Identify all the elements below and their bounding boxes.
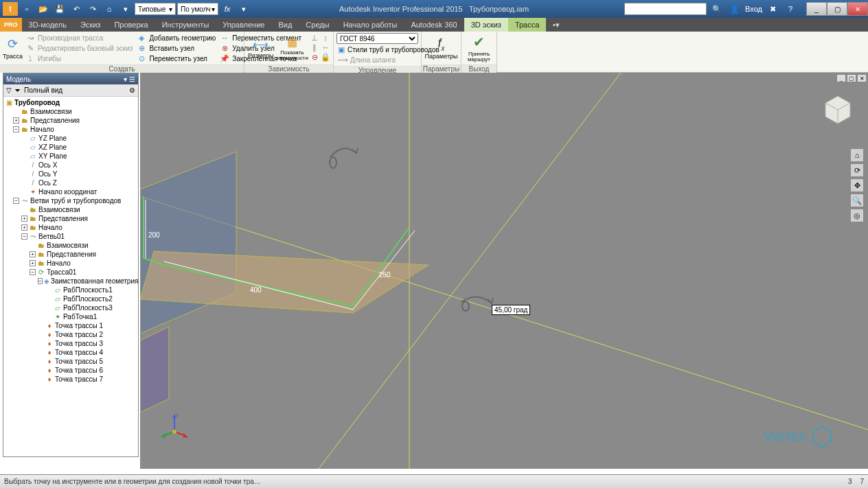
- maximize-button[interactable]: ▢: [827, 2, 847, 16]
- user-icon[interactable]: 👤: [727, 2, 742, 16]
- tree-yz-plane[interactable]: ▱YZ Plane: [3, 134, 138, 143]
- constraint1-icon[interactable]: ⊥: [310, 33, 319, 43]
- collapse-icon[interactable]: −: [21, 233, 27, 240]
- model-tree[interactable]: ▣Трубопровод 🖿Взаимосвязи +🖿Представлени…: [3, 97, 138, 456]
- tree-relations[interactable]: 🖿Взаимосвязи: [3, 107, 138, 116]
- close-button[interactable]: ✕: [847, 2, 868, 16]
- collapse-icon[interactable]: −: [38, 278, 43, 284]
- tab-route[interactable]: Трасса: [508, 18, 546, 32]
- toolbar-icon[interactable]: ⚙: [129, 86, 135, 94]
- minimize-button[interactable]: _: [806, 2, 827, 16]
- viewcube[interactable]: [821, 93, 854, 126]
- constraint5-icon[interactable]: ↔: [321, 43, 330, 52]
- insert-node-button[interactable]: ⊕Вставить узел: [135, 43, 217, 53]
- tab-sketch[interactable]: Эскиз: [73, 18, 107, 32]
- expand-icon[interactable]: +: [13, 117, 19, 124]
- nav-lookat-icon[interactable]: ◎: [850, 209, 864, 222]
- vp-max-button[interactable]: ▢: [847, 74, 856, 82]
- tree-workplane2[interactable]: ▱РабПлоскость2: [3, 294, 138, 303]
- constraint3-icon[interactable]: ⊖: [310, 52, 319, 62]
- undo-icon[interactable]: ↶: [69, 2, 84, 16]
- new-icon[interactable]: ▫: [19, 2, 34, 16]
- tree-axis-y[interactable]: /Ось Y: [3, 170, 138, 178]
- expand-icon[interactable]: +: [30, 260, 36, 266]
- finish-route-button[interactable]: ✔ Принять маршрут: [464, 33, 494, 63]
- home-icon[interactable]: ⌂: [102, 2, 117, 16]
- tree-root[interactable]: ▣Трубопровод: [3, 98, 138, 107]
- tree-route01[interactable]: −⟳Трасса01: [3, 268, 138, 277]
- tree-routepoint3[interactable]: ♦Точка трассы 3: [3, 339, 138, 348]
- tab-environments[interactable]: Среды: [299, 18, 336, 32]
- tab-inspect[interactable]: Проверка: [107, 18, 155, 32]
- tree-axis-x[interactable]: /Ось X: [3, 161, 138, 170]
- constraint2-icon[interactable]: ∥: [310, 43, 319, 52]
- layer-dropdown[interactable]: По умолч▾: [177, 3, 218, 15]
- tab-3dmodel[interactable]: 3D-модель: [22, 18, 73, 32]
- tree-b-relations[interactable]: 🖿Взаимосвязи: [3, 205, 138, 214]
- show-constraints-button[interactable]: ▦ Показать зависимости: [276, 33, 308, 63]
- tree-geometry[interactable]: −◈Заимствованная геометрия: [3, 277, 138, 286]
- tree-br-representations[interactable]: +🖿Представления: [3, 250, 138, 259]
- login-label[interactable]: Вход: [745, 5, 762, 13]
- tree-workplane3[interactable]: ▱РабПлоскость3: [3, 303, 138, 312]
- tree-xz-plane[interactable]: ▱XZ Plane: [3, 143, 138, 152]
- tab-view[interactable]: Вид: [271, 18, 299, 32]
- open-icon[interactable]: 📂: [36, 2, 51, 16]
- help-search-input[interactable]: [624, 3, 707, 15]
- funnel-icon[interactable]: ⏷: [14, 86, 21, 94]
- save-icon[interactable]: 💾: [52, 2, 67, 16]
- tree-origin-point[interactable]: ✦Начало координат: [3, 187, 138, 196]
- tab-3dsketch[interactable]: 3D эскиз: [464, 18, 508, 32]
- exchange-icon[interactable]: ✖: [765, 2, 780, 16]
- tree-routepoint4[interactable]: ♦Точка трассы 4: [3, 348, 138, 357]
- viewport[interactable]: 200 400 250 45,00 град _ ▢ ✕ ⌂ ⟳ ✥ 🔍 ◎: [140, 73, 868, 469]
- tree-branch01[interactable]: −⤳Ветвь01: [3, 232, 138, 241]
- tab-getstarted[interactable]: Начало работы: [336, 18, 404, 32]
- style-dropdown[interactable]: Типовые▾: [135, 3, 176, 15]
- viewport-canvas[interactable]: 200 400 250: [140, 73, 868, 469]
- dimension-button[interactable]: ⟷ Размеры: [247, 33, 275, 63]
- tree-workplane1[interactable]: ▱РабПлоскость1: [3, 286, 138, 294]
- tree-routepoint2[interactable]: ♦Точка трассы 2: [3, 330, 138, 339]
- expand-icon[interactable]: +: [30, 251, 36, 257]
- expand-icon[interactable]: +: [21, 216, 27, 222]
- tree-origin[interactable]: −🖿Начало: [3, 125, 138, 134]
- vp-min-button[interactable]: _: [836, 74, 846, 82]
- add-geometry-button[interactable]: ◈Добавить геометрию: [135, 33, 217, 43]
- tree-axis-z[interactable]: /Ось Z: [3, 178, 138, 187]
- tree-b-representations[interactable]: +🖿Представления: [3, 214, 138, 223]
- lock-icon[interactable]: 🔒: [321, 52, 330, 62]
- tab-tools[interactable]: Инструменты: [155, 18, 216, 32]
- constraint4-icon[interactable]: ↕: [321, 33, 330, 43]
- parameters-button[interactable]: fx Параметры: [424, 33, 458, 63]
- search-icon[interactable]: 🔍: [709, 2, 724, 16]
- collapse-icon[interactable]: −: [13, 198, 19, 204]
- tube-styles-button[interactable]: ▣Стили труб и трубопроводов: [336, 45, 418, 54]
- tree-routepoint5[interactable]: ♦Точка трассы 5: [3, 357, 138, 366]
- tree-representations[interactable]: +🖿Представления: [3, 116, 138, 125]
- nav-zoom-icon[interactable]: 🔍: [850, 194, 864, 207]
- tree-routepoint6[interactable]: ♦Точка трассы 6: [3, 366, 138, 375]
- nav-home-icon[interactable]: ⌂: [850, 148, 864, 162]
- route-button[interactable]: ⟳ Трасса: [3, 33, 23, 63]
- tree-br-origin[interactable]: +🖿Начало: [3, 259, 138, 268]
- help-icon[interactable]: ?: [783, 2, 798, 16]
- tab-overflow[interactable]: ▪▾: [546, 18, 567, 32]
- tree-b-origin[interactable]: +🖿Начало: [3, 223, 138, 232]
- panel-header[interactable]: Модель▾ ☰: [3, 73, 138, 84]
- tree-branches[interactable]: −⤳Ветви труб и трубопроводов: [3, 196, 138, 205]
- tree-workpoint1[interactable]: ✦РабТочка1: [3, 312, 138, 321]
- tube-style-dropdown[interactable]: ГОСТ 8946: [336, 33, 418, 44]
- vp-close-button[interactable]: ✕: [857, 74, 867, 82]
- app-menu-button[interactable]: I: [3, 2, 18, 16]
- tab-a360[interactable]: Autodesk 360: [404, 18, 464, 32]
- filter-label[interactable]: Полный вид: [24, 86, 62, 94]
- expand-icon[interactable]: +: [21, 224, 27, 231]
- qat-more-icon[interactable]: ▾: [236, 2, 251, 16]
- nav-pan-icon[interactable]: ✥: [850, 178, 864, 192]
- redo-icon[interactable]: ↷: [85, 2, 100, 16]
- tree-br-relations[interactable]: 🖿Взаимосвязи: [3, 241, 138, 250]
- tree-xy-plane[interactable]: ▱XY Plane: [3, 152, 138, 161]
- tree-routepoint1[interactable]: ♦Точка трассы 1: [3, 321, 138, 330]
- filter-icon[interactable]: ▽: [6, 86, 12, 94]
